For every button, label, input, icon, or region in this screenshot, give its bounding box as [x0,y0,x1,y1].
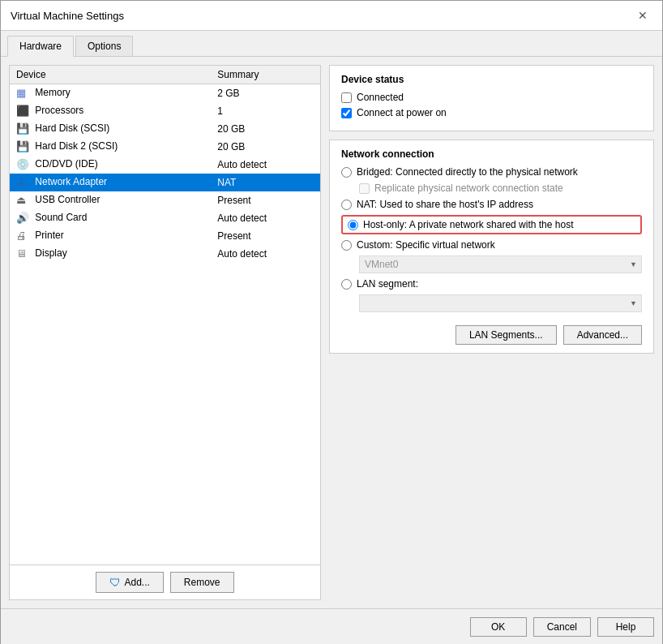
remove-button[interactable]: Remove [170,572,234,593]
tab-hardware[interactable]: Hardware [7,36,74,57]
device-summary: Present [211,227,320,245]
lan-segment-label[interactable]: LAN segment: [357,278,418,290]
connected-label[interactable]: Connected [357,92,404,103]
tab-options[interactable]: Options [75,36,133,56]
network-icon: 🖧 [16,176,29,189]
device-name: Network Adapter [35,176,107,187]
bridged-label[interactable]: Bridged: Connected directly to the physi… [357,166,578,178]
device-name: Memory [35,87,70,98]
nat-label[interactable]: NAT: Used to share the host's IP address [357,199,533,210]
network-radio-group: Bridged: Connected directly to the physi… [341,166,642,312]
connect-at-power-on-row: Connect at power on [341,107,642,118]
device-name: Hard Disk (SCSI) [35,122,109,134]
vmnet-select-wrapper: VMnet0 [359,255,642,273]
ok-button[interactable]: OK [470,617,527,637]
printer-icon: 🖨 [16,230,29,243]
device-list-buttons: 🛡 Add... Remove [10,565,320,599]
lan-segment-radio[interactable] [341,279,352,290]
network-connection-section: Network connection Bridged: Connected di… [329,140,654,354]
tab-bar: Hardware Options [1,31,662,57]
lan-segments-button[interactable]: LAN Segments... [456,325,557,345]
custom-label[interactable]: Custom: Specific virtual network [357,239,495,251]
bridged-radio[interactable] [341,167,352,178]
device-summary: Auto detect [211,209,320,227]
dialog-bottom-buttons: OK Cancel Help [1,608,662,644]
device-name: Printer [35,230,63,241]
device-summary: 1 [211,102,320,120]
main-content: Device Summary ▦ Memory 2 GB ⬛ Processor… [1,57,662,608]
nat-radio[interactable] [341,200,352,210]
processor-icon: ⬛ [16,105,29,118]
host-only-label[interactable]: Host-only: A private network shared with… [363,219,573,230]
lan-select-wrapper [359,294,642,312]
usb-icon: ⏏ [16,194,29,207]
lan-select[interactable] [359,294,642,312]
right-panel: Device status Connected Connect at power… [329,65,654,600]
table-row[interactable]: ▦ Memory 2 GB [10,84,320,103]
table-row[interactable]: 🔊 Sound Card Auto detect [10,209,320,227]
custom-radio[interactable] [341,240,352,251]
cddvd-icon: 💿 [16,158,29,171]
close-button[interactable]: ✕ [633,7,652,24]
harddisk-icon: 💾 [16,122,29,135]
device-name: Sound Card [35,212,87,223]
memory-icon: ▦ [16,87,29,100]
table-row[interactable]: 💾 Hard Disk 2 (SCSI) 20 GB [10,138,320,156]
replicate-label: Replicate physical network connection st… [374,182,563,194]
lan-dropdown-wrapper [359,294,642,312]
host-only-radio[interactable] [348,220,358,230]
cancel-button[interactable]: Cancel [533,617,591,637]
custom-row: Custom: Specific virtual network [341,239,642,251]
table-row[interactable]: 🖨 Printer Present [10,227,320,245]
nat-row: NAT: Used to share the host's IP address [341,199,642,210]
device-name: CD/DVD (IDE) [35,158,97,170]
device-column-header: Device [10,66,211,84]
help-button[interactable]: Help [597,617,654,637]
window-title: Virtual Machine Settings [11,10,124,22]
device-summary: 2 GB [211,84,320,103]
replicate-checkbox [359,183,370,194]
table-row[interactable]: 💿 CD/DVD (IDE) Auto detect [10,156,320,174]
connect-at-power-on-checkbox[interactable] [341,108,352,118]
custom-dropdown-wrapper: VMnet0 [359,255,642,273]
device-status-section: Device status Connected Connect at power… [329,65,654,131]
lan-segment-row: LAN segment: [341,278,642,290]
sound-icon: 🔊 [16,212,29,225]
device-table: Device Summary ▦ Memory 2 GB ⬛ Processor… [10,66,320,565]
host-only-row: Host-only: A private network shared with… [341,215,642,234]
device-name: USB Controller [35,194,100,205]
device-summary: Present [211,191,320,209]
device-summary: Auto detect [211,245,320,263]
device-summary: 20 GB [211,120,320,138]
connected-row: Connected [341,92,642,103]
vmnet-select[interactable]: VMnet0 [359,255,642,273]
add-button[interactable]: 🛡 Add... [96,572,163,593]
network-connection-title: Network connection [341,148,642,160]
title-bar: Virtual Machine Settings ✕ [1,1,662,31]
bridged-row: Bridged: Connected directly to the physi… [341,166,642,178]
display-icon: 🖥 [16,247,29,260]
device-summary: 20 GB [211,138,320,156]
table-row[interactable]: 🖥 Display Auto detect [10,245,320,263]
connected-checkbox[interactable] [341,92,352,103]
device-name: Display [35,247,66,259]
device-status-title: Device status [341,74,642,85]
advanced-button[interactable]: Advanced... [563,325,642,345]
connect-at-power-on-label[interactable]: Connect at power on [357,107,447,118]
device-name: Processors [35,105,83,116]
summary-column-header: Summary [211,66,320,84]
table-row[interactable]: ⬛ Processors 1 [10,102,320,120]
add-shield-icon: 🛡 [109,576,121,589]
virtual-machine-settings-window: Virtual Machine Settings ✕ Hardware Opti… [0,0,663,644]
table-row[interactable]: 🖧 Network Adapter NAT [10,174,320,191]
device-summary: Auto detect [211,156,320,174]
replicate-sub-row: Replicate physical network connection st… [359,182,642,194]
device-list-panel: Device Summary ▦ Memory 2 GB ⬛ Processor… [9,65,321,600]
device-summary: NAT [211,174,320,191]
table-row[interactable]: 💾 Hard Disk (SCSI) 20 GB [10,120,320,138]
table-row[interactable]: ⏏ USB Controller Present [10,191,320,209]
harddisk-icon: 💾 [16,140,29,153]
device-name: Hard Disk 2 (SCSI) [35,140,118,152]
